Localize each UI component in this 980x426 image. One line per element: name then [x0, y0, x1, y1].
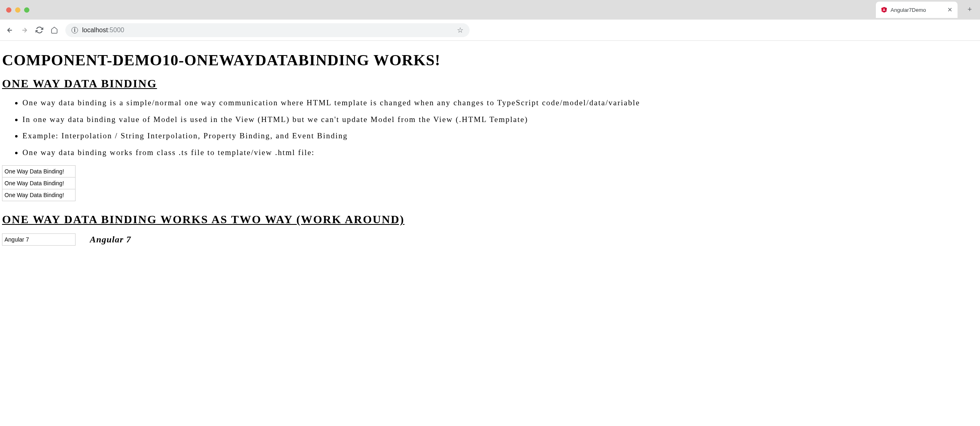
list-item: One way data binding works from class .t… — [22, 147, 978, 158]
twoway-output: Angular 7 — [90, 234, 131, 245]
twoway-input[interactable] — [2, 233, 76, 246]
browser-tab[interactable]: Angular7Demo ✕ — [876, 2, 958, 18]
page-content: COMPONENT-DEMO10-ONEWAYDATABINDING WORKS… — [0, 41, 980, 250]
address-bar[interactable]: i localhost:5000 ☆ — [65, 23, 470, 37]
minimize-window-button[interactable] — [15, 7, 20, 13]
list-item: One way data binding is a simple/normal … — [22, 98, 978, 109]
close-window-button[interactable] — [6, 7, 11, 13]
forward-button[interactable] — [21, 27, 28, 34]
browser-toolbar: i localhost:5000 ☆ — [0, 20, 980, 41]
browser-titlebar: Angular7Demo ✕ + — [0, 0, 980, 20]
home-button[interactable] — [51, 27, 58, 34]
reload-button[interactable] — [36, 26, 43, 34]
site-info-icon[interactable]: i — [71, 27, 78, 33]
twoway-row: Angular 7 — [2, 233, 978, 246]
tab-title: Angular7Demo — [891, 7, 926, 13]
list-item: In one way data binding value of Model i… — [22, 114, 978, 125]
window-controls — [6, 7, 29, 13]
oneway-input-2[interactable] — [2, 177, 76, 189]
back-button[interactable] — [6, 27, 13, 34]
list-item: Example: Interpolation / String Interpol… — [22, 131, 978, 142]
url-text: localhost:5000 — [82, 27, 453, 34]
section-heading-one-way: ONE WAY DATA BINDING — [2, 77, 978, 90]
bookmark-icon[interactable]: ☆ — [457, 26, 463, 35]
oneway-input-1[interactable] — [2, 165, 76, 178]
input-stack — [2, 165, 76, 201]
oneway-input-3[interactable] — [2, 189, 76, 201]
new-tab-button[interactable]: + — [967, 5, 972, 14]
maximize-window-button[interactable] — [24, 7, 29, 13]
page-title: COMPONENT-DEMO10-ONEWAYDATABINDING WORKS… — [2, 51, 978, 69]
angular-icon — [881, 7, 887, 13]
section-heading-two-way: ONE WAY DATA BINDING WORKS AS TWO WAY (W… — [2, 213, 978, 226]
bullet-list: One way data binding is a simple/normal … — [22, 98, 978, 158]
close-tab-icon[interactable]: ✕ — [947, 6, 953, 13]
